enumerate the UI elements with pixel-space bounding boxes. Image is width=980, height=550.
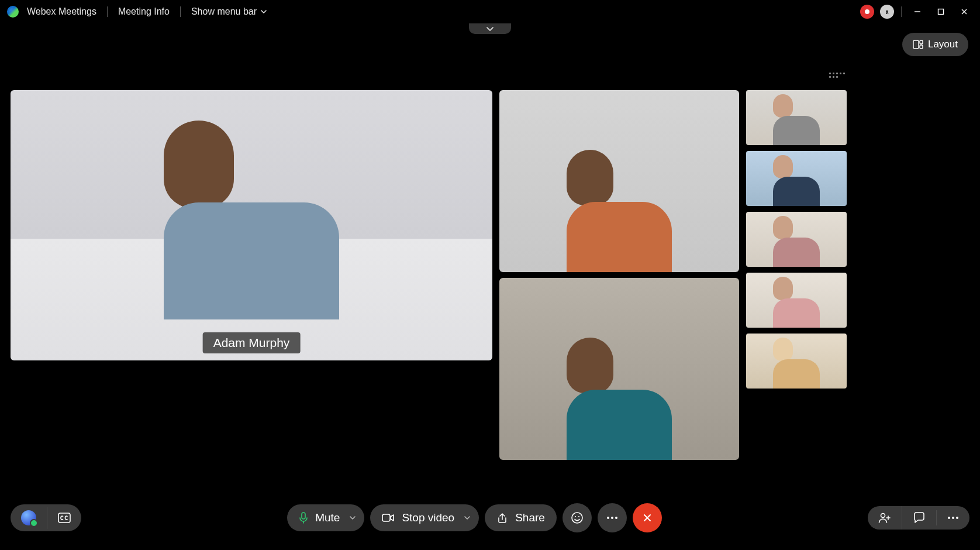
controls-right (868, 506, 969, 530)
microphone-icon (299, 512, 308, 524)
svg-point-8 (575, 516, 576, 517)
video-placeholder (164, 121, 339, 319)
app-title: Webex Meetings (7, 6, 96, 18)
svg-point-7 (572, 513, 582, 523)
show-menu-label: Show menu bar (191, 6, 257, 17)
smiley-icon (571, 511, 584, 524)
chevron-down-icon (349, 514, 356, 521)
leave-meeting-button[interactable] (633, 503, 662, 532)
webex-logo-icon (7, 6, 19, 18)
closed-captions-icon (58, 513, 71, 523)
svg-rect-1 (913, 40, 919, 49)
separator (901, 6, 902, 17)
controls-left (11, 504, 81, 531)
meeting-info-button[interactable]: Meeting Info (118, 6, 170, 17)
svg-point-11 (611, 517, 613, 519)
mute-button[interactable]: Mute (287, 504, 364, 531)
toolbar-pull-tab[interactable] (469, 23, 511, 34)
titlebar-right (860, 3, 973, 20)
active-speaker-tile[interactable]: Adam Murphy (11, 90, 492, 360)
chat-button[interactable] (902, 506, 936, 530)
video-placeholder (567, 150, 672, 272)
video-placeholder (567, 338, 672, 460)
more-icon (606, 516, 618, 520)
recording-indicator-icon[interactable] (860, 5, 874, 19)
participant-thumbnail[interactable] (746, 334, 847, 389)
video-grid: Adam Murphy (11, 90, 969, 460)
minimize-button[interactable] (909, 3, 926, 20)
participant-thumbnail[interactable] (746, 90, 847, 145)
separator (180, 6, 181, 17)
panel-options-button[interactable] (936, 510, 969, 525)
titlebar: Webex Meetings Meeting Info Show menu ba… (0, 0, 980, 23)
secondary-column (499, 90, 739, 460)
layout-button[interactable]: Layout (902, 33, 968, 56)
participant-name: Adam Murphy (213, 336, 290, 349)
participant-name-badge: Adam Murphy (203, 332, 301, 353)
controls-center: Mute Stop video Share (287, 503, 662, 532)
close-icon (642, 513, 653, 523)
layout-label: Layout (928, 39, 958, 50)
more-options-button[interactable] (598, 503, 627, 532)
layout-icon (913, 40, 923, 49)
svg-point-15 (952, 517, 954, 519)
stop-video-label: Stop video (402, 511, 454, 524)
reactions-button[interactable] (563, 503, 592, 532)
chevron-down-icon (260, 8, 267, 15)
svg-rect-4 (58, 513, 70, 522)
assistant-icon (21, 510, 36, 525)
thumbnail-column (746, 90, 847, 460)
chat-icon (913, 512, 926, 524)
svg-point-13 (881, 514, 885, 518)
svg-point-14 (948, 517, 950, 519)
panel-group (868, 506, 969, 530)
share-button[interactable]: Share (485, 504, 557, 531)
svg-point-10 (607, 517, 609, 519)
svg-point-12 (615, 517, 617, 519)
participant-thumbnail[interactable] (746, 273, 847, 328)
participant-tile[interactable] (499, 278, 739, 460)
participants-icon (878, 512, 891, 524)
control-bar: Mute Stop video Share (0, 503, 980, 532)
more-icon (947, 516, 959, 520)
show-menu-bar-button[interactable]: Show menu bar (191, 6, 267, 17)
drag-handle-icon[interactable] (829, 73, 847, 78)
mute-label: Mute (315, 511, 340, 524)
layout-row: Layout (902, 33, 968, 56)
svg-point-9 (578, 516, 579, 517)
share-label: Share (515, 511, 545, 524)
participant-tile[interactable] (499, 90, 739, 272)
chevron-down-icon (464, 514, 471, 521)
separator (107, 6, 108, 17)
close-button[interactable] (955, 3, 973, 20)
maximize-button[interactable] (932, 3, 950, 20)
assistant-cc-group (11, 504, 81, 531)
svg-rect-6 (382, 514, 390, 521)
participant-thumbnail[interactable] (746, 212, 847, 267)
lock-icon[interactable] (880, 5, 894, 19)
svg-rect-2 (920, 40, 923, 44)
closed-captions-button[interactable] (47, 507, 81, 529)
share-icon (496, 513, 508, 523)
participants-button[interactable] (868, 506, 902, 530)
chevron-down-icon (486, 26, 494, 32)
stop-video-button[interactable]: Stop video (370, 504, 479, 531)
assistant-button[interactable] (11, 504, 47, 531)
svg-rect-5 (302, 513, 305, 519)
svg-point-16 (956, 517, 958, 519)
svg-rect-3 (920, 45, 923, 49)
titlebar-left: Webex Meetings Meeting Info Show menu ba… (7, 6, 267, 18)
camera-icon (382, 513, 395, 522)
app-name: Webex Meetings (27, 6, 96, 17)
svg-rect-0 (938, 9, 944, 15)
participant-thumbnail[interactable] (746, 151, 847, 206)
